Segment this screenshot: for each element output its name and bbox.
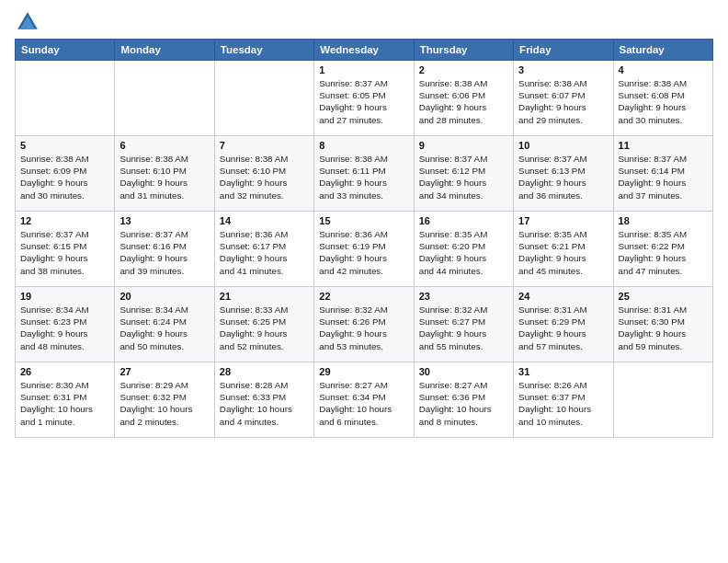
day-info: Sunrise: 8:38 AM Sunset: 6:07 PM Dayligh… [518,77,608,126]
day-cell [613,362,712,438]
day-info: Sunrise: 8:27 AM Sunset: 6:34 PM Dayligh… [319,379,408,428]
day-cell: 16Sunrise: 8:35 AM Sunset: 6:20 PM Dayli… [414,212,513,287]
day-number: 2 [419,64,508,75]
day-number: 28 [220,366,309,377]
day-info: Sunrise: 8:37 AM Sunset: 6:12 PM Dayligh… [419,153,508,201]
day-number: 6 [119,140,209,151]
day-number: 18 [619,215,708,226]
week-row-1: 1Sunrise: 8:37 AM Sunset: 6:05 PM Daylig… [16,61,713,136]
weekday-header-sunday: Sunday [16,40,115,61]
day-number: 26 [20,366,109,377]
day-info: Sunrise: 8:38 AM Sunset: 6:08 PM Dayligh… [619,77,708,126]
day-number: 29 [319,366,408,377]
day-cell: 21Sunrise: 8:33 AM Sunset: 6:25 PM Dayli… [214,287,313,362]
day-info: Sunrise: 8:37 AM Sunset: 6:15 PM Dayligh… [20,228,109,277]
weekday-header-monday: Monday [115,40,214,61]
day-info: Sunrise: 8:30 AM Sunset: 6:31 PM Dayligh… [20,379,109,428]
day-info: Sunrise: 8:27 AM Sunset: 6:36 PM Dayligh… [419,379,508,428]
day-number: 16 [419,215,508,226]
day-cell [115,61,214,136]
weekday-header-saturday: Saturday [613,40,712,61]
week-row-4: 19Sunrise: 8:34 AM Sunset: 6:23 PM Dayli… [16,287,713,362]
day-info: Sunrise: 8:32 AM Sunset: 6:27 PM Dayligh… [419,304,508,352]
day-cell: 18Sunrise: 8:35 AM Sunset: 6:22 PM Dayli… [613,212,712,287]
day-number: 17 [518,215,608,226]
day-cell: 26Sunrise: 8:30 AM Sunset: 6:31 PM Dayli… [16,362,115,438]
day-number: 5 [20,140,109,151]
day-cell: 20Sunrise: 8:34 AM Sunset: 6:24 PM Dayli… [115,287,214,362]
day-info: Sunrise: 8:36 AM Sunset: 6:19 PM Dayligh… [319,228,408,277]
day-cell: 29Sunrise: 8:27 AM Sunset: 6:34 PM Dayli… [314,362,414,438]
day-cell: 8Sunrise: 8:38 AM Sunset: 6:11 PM Daylig… [314,136,414,212]
day-number: 19 [20,291,109,302]
day-info: Sunrise: 8:37 AM Sunset: 6:05 PM Dayligh… [319,77,408,126]
day-cell: 28Sunrise: 8:28 AM Sunset: 6:33 PM Dayli… [214,362,313,438]
day-cell: 15Sunrise: 8:36 AM Sunset: 6:19 PM Dayli… [314,212,414,287]
day-number: 13 [119,215,209,226]
day-info: Sunrise: 8:38 AM Sunset: 6:10 PM Dayligh… [119,153,209,201]
day-cell: 24Sunrise: 8:31 AM Sunset: 6:29 PM Dayli… [514,287,613,362]
day-cell: 25Sunrise: 8:31 AM Sunset: 6:30 PM Dayli… [613,287,712,362]
weekday-header-friday: Friday [514,40,613,61]
day-number: 24 [518,291,608,302]
day-number: 12 [20,215,109,226]
day-info: Sunrise: 8:37 AM Sunset: 6:13 PM Dayligh… [518,153,608,201]
day-number: 7 [220,140,309,151]
day-number: 11 [619,140,708,151]
day-cell: 12Sunrise: 8:37 AM Sunset: 6:15 PM Dayli… [16,212,115,287]
day-info: Sunrise: 8:35 AM Sunset: 6:21 PM Dayligh… [518,228,608,277]
logo [15,9,44,35]
day-number: 10 [518,140,608,151]
day-info: Sunrise: 8:31 AM Sunset: 6:30 PM Dayligh… [619,304,708,352]
day-cell: 31Sunrise: 8:26 AM Sunset: 6:37 PM Dayli… [514,362,613,438]
logo-icon [15,9,40,35]
day-number: 31 [518,366,608,377]
calendar-table: SundayMondayTuesdayWednesdayThursdayFrid… [15,39,713,438]
day-number: 15 [319,215,408,226]
day-info: Sunrise: 8:36 AM Sunset: 6:17 PM Dayligh… [220,228,309,277]
day-info: Sunrise: 8:37 AM Sunset: 6:16 PM Dayligh… [119,228,209,277]
day-number: 27 [119,366,209,377]
week-row-5: 26Sunrise: 8:30 AM Sunset: 6:31 PM Dayli… [16,362,713,438]
day-cell: 27Sunrise: 8:29 AM Sunset: 6:32 PM Dayli… [115,362,214,438]
weekday-header-thursday: Thursday [414,40,513,61]
day-number: 25 [619,291,708,302]
day-cell: 17Sunrise: 8:35 AM Sunset: 6:21 PM Dayli… [514,212,613,287]
day-info: Sunrise: 8:34 AM Sunset: 6:23 PM Dayligh… [20,304,109,352]
day-cell: 14Sunrise: 8:36 AM Sunset: 6:17 PM Dayli… [214,212,313,287]
day-cell: 30Sunrise: 8:27 AM Sunset: 6:36 PM Dayli… [414,362,513,438]
day-info: Sunrise: 8:28 AM Sunset: 6:33 PM Dayligh… [220,379,309,428]
day-info: Sunrise: 8:38 AM Sunset: 6:09 PM Dayligh… [20,153,109,201]
day-info: Sunrise: 8:33 AM Sunset: 6:25 PM Dayligh… [220,304,309,352]
day-cell: 23Sunrise: 8:32 AM Sunset: 6:27 PM Dayli… [414,287,513,362]
day-cell: 1Sunrise: 8:37 AM Sunset: 6:05 PM Daylig… [314,61,414,136]
day-number: 1 [319,64,408,75]
day-number: 21 [220,291,309,302]
day-info: Sunrise: 8:38 AM Sunset: 6:06 PM Dayligh… [419,77,508,126]
day-info: Sunrise: 8:31 AM Sunset: 6:29 PM Dayligh… [518,304,608,352]
day-info: Sunrise: 8:34 AM Sunset: 6:24 PM Dayligh… [119,304,209,352]
weekday-header-row: SundayMondayTuesdayWednesdayThursdayFrid… [16,40,713,61]
day-cell: 7Sunrise: 8:38 AM Sunset: 6:10 PM Daylig… [214,136,313,212]
day-cell: 2Sunrise: 8:38 AM Sunset: 6:06 PM Daylig… [414,61,513,136]
day-cell: 6Sunrise: 8:38 AM Sunset: 6:10 PM Daylig… [115,136,214,212]
week-row-3: 12Sunrise: 8:37 AM Sunset: 6:15 PM Dayli… [16,212,713,287]
day-cell: 22Sunrise: 8:32 AM Sunset: 6:26 PM Dayli… [314,287,414,362]
page: SundayMondayTuesdayWednesdayThursdayFrid… [0,0,728,563]
day-cell: 3Sunrise: 8:38 AM Sunset: 6:07 PM Daylig… [514,61,613,136]
day-cell: 5Sunrise: 8:38 AM Sunset: 6:09 PM Daylig… [16,136,115,212]
day-number: 30 [419,366,508,377]
weekday-header-tuesday: Tuesday [214,40,313,61]
day-info: Sunrise: 8:38 AM Sunset: 6:11 PM Dayligh… [319,153,408,201]
day-cell: 13Sunrise: 8:37 AM Sunset: 6:16 PM Dayli… [115,212,214,287]
day-info: Sunrise: 8:32 AM Sunset: 6:26 PM Dayligh… [319,304,408,352]
day-number: 14 [220,215,309,226]
day-number: 3 [518,64,608,75]
day-number: 20 [119,291,209,302]
day-cell [214,61,313,136]
day-number: 8 [319,140,408,151]
day-cell: 10Sunrise: 8:37 AM Sunset: 6:13 PM Dayli… [514,136,613,212]
day-info: Sunrise: 8:29 AM Sunset: 6:32 PM Dayligh… [119,379,209,428]
day-number: 4 [619,64,708,75]
day-cell: 4Sunrise: 8:38 AM Sunset: 6:08 PM Daylig… [613,61,712,136]
